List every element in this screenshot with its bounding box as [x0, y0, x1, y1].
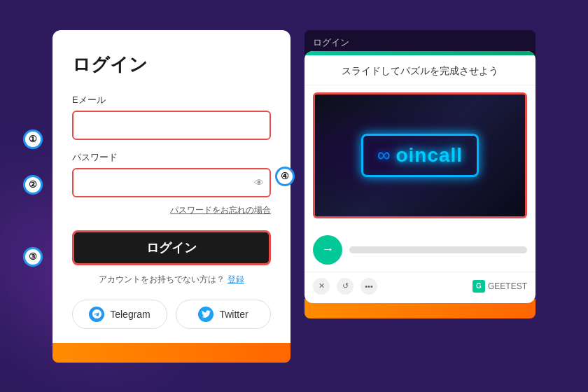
telegram-label: Telegram	[110, 309, 150, 320]
slide-rail[interactable]	[349, 246, 527, 253]
login-title: ログイン	[72, 52, 271, 77]
captcha-footer: ✕ ↺ ••• G GEETEST	[304, 272, 536, 303]
password-label: パスワード	[72, 151, 271, 164]
register-link[interactable]: 登録	[227, 274, 244, 284]
geetest-logo: G GEETEST	[472, 280, 527, 293]
login-button[interactable]: ログイン	[72, 230, 271, 265]
close-icon-btn[interactable]: ✕	[313, 278, 330, 295]
forgot-password-link-wrapper: パスワードをお忘れの場合	[72, 203, 271, 216]
strip-text: ログイン	[313, 36, 349, 49]
password-input[interactable]	[72, 168, 271, 197]
social-buttons: Telegram Twitter	[72, 300, 271, 329]
password-toggle-icon[interactable]: 👁	[254, 177, 264, 188]
slide-arrow-button[interactable]: →	[313, 235, 342, 265]
step-label-2: ②	[23, 175, 43, 195]
login-panel: ログイン Eメール パスワード 👁 パスワードをお忘れの場合 ログイン アカウン…	[52, 30, 290, 363]
geetest-g-icon: G	[472, 280, 485, 293]
email-input-wrapper	[72, 111, 271, 140]
twitter-button[interactable]: Twitter	[176, 300, 271, 329]
refresh-icon-btn[interactable]: ↺	[337, 278, 354, 295]
telegram-button[interactable]: Telegram	[72, 300, 167, 329]
captcha-image: ∞ oincall	[313, 92, 527, 218]
password-input-wrapper: 👁	[72, 168, 271, 197]
captcha-wrapper: ④ ログイン スライドしてパズルを完成させよう ∞ oincall	[304, 30, 536, 318]
footer-icons: ✕ ↺ •••	[313, 278, 377, 295]
neon-logo: ∞ oincall	[315, 94, 525, 216]
infinity-icon: ∞	[377, 144, 391, 166]
neon-logo-text: oincall	[396, 144, 463, 167]
captcha-header: スライドしてパズルを完成させよう	[304, 55, 536, 85]
step-label-4: ④	[275, 167, 295, 186]
telegram-icon	[89, 307, 104, 322]
neon-box: ∞ oincall	[361, 134, 479, 177]
step-label-3: ③	[23, 247, 43, 267]
twitter-label: Twitter	[219, 309, 248, 320]
forgot-password-link[interactable]: パスワードをお忘れの場合	[170, 205, 271, 215]
captcha-panel: スライドしてパズルを完成させよう ∞ oincall →	[304, 51, 536, 303]
email-input[interactable]	[72, 111, 271, 140]
orange-bar	[52, 343, 290, 363]
email-label: Eメール	[72, 94, 271, 106]
step-label-1: ①	[23, 130, 43, 149]
more-icon-btn[interactable]: •••	[360, 278, 377, 295]
slide-track: →	[304, 225, 536, 272]
geetest-label: GEETEST	[488, 281, 527, 291]
captcha-image-inner: ∞ oincall	[315, 94, 525, 216]
twitter-icon	[198, 307, 214, 322]
register-prompt: アカウントをお持ちでない方は？ 登録	[72, 274, 271, 286]
